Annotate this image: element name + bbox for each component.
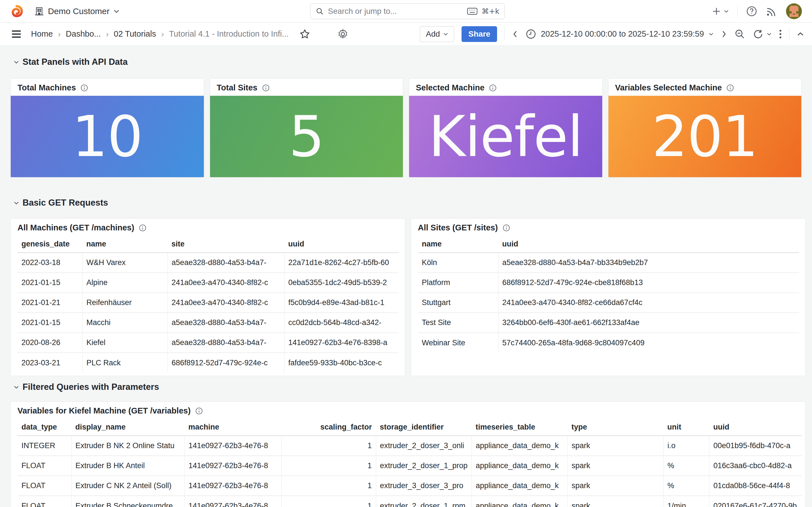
divider xyxy=(504,28,505,40)
column-header[interactable]: storage_identifier xyxy=(376,419,472,436)
column-header[interactable]: name xyxy=(82,236,167,252)
star-icon[interactable] xyxy=(299,29,310,40)
news-icon[interactable] xyxy=(766,6,777,17)
table-row[interactable]: 2021-01-15Alpine241a0ee3-a470-4340-8f82-… xyxy=(17,273,399,293)
search-icon xyxy=(315,7,324,15)
stat-value: 201 xyxy=(652,108,758,165)
collapse-toolbar-icon[interactable] xyxy=(797,32,804,36)
column-header[interactable]: type xyxy=(567,419,663,436)
table-row[interactable]: FLOATExtruder C NK 2 Anteil (Soll)141e09… xyxy=(17,476,802,496)
column-header[interactable]: uuid xyxy=(709,419,802,436)
chevron-down-icon xyxy=(709,33,714,36)
table-row[interactable]: 2020-08-26Kiefela5eae328-d880-4a53-b4a7-… xyxy=(17,333,399,353)
add-button[interactable]: Add xyxy=(420,26,454,42)
column-header[interactable]: machine xyxy=(185,419,282,436)
stat-panels-row: Total Machines 10 Total Sites 5 Selected… xyxy=(10,78,802,177)
menu-icon[interactable] xyxy=(11,30,21,38)
panel-variables-kiefel[interactable]: Variables for Kiefel Machine (GET /varia… xyxy=(10,401,806,507)
column-header[interactable]: data_type xyxy=(17,419,71,436)
chevron-down-icon xyxy=(13,60,19,64)
table-row[interactable]: 2022-03-18W&H Varexa5eae328-d880-4a53-b4… xyxy=(17,252,399,273)
kebab-menu-icon[interactable] xyxy=(779,29,782,40)
gear-icon[interactable] xyxy=(337,29,349,40)
info-icon[interactable] xyxy=(80,84,88,92)
machines-table: genesis_date name site uuid 2022-03-18W&… xyxy=(17,236,399,373)
info-icon[interactable] xyxy=(502,224,510,232)
info-icon[interactable] xyxy=(262,84,270,92)
breadcrumb-folder[interactable]: 02 Tutorials xyxy=(114,29,156,39)
table-row[interactable]: Stuttgart241a0ee3-a470-4340-8f82-ce66da6… xyxy=(418,293,799,313)
refresh-button[interactable] xyxy=(753,29,772,40)
time-shift-forward-icon[interactable] xyxy=(721,30,727,38)
panel-title: Variables for Kiefel Machine (GET /varia… xyxy=(17,406,191,415)
panel-all-sites[interactable]: All Sites (GET /sites) name uuid Kölna5e… xyxy=(411,218,806,376)
column-header[interactable]: name xyxy=(418,236,498,252)
table-row[interactable]: FLOATExtruder B Schneckenumdre141e0927-6… xyxy=(17,496,802,507)
divider xyxy=(737,5,738,17)
sites-table: name uuid Kölna5eae328-d880-4a53-b4a7-bb… xyxy=(418,236,799,353)
stat-panel-total-machines[interactable]: Total Machines 10 xyxy=(10,78,204,177)
column-header[interactable]: timeseries_table xyxy=(472,419,567,436)
column-header[interactable]: genesis_date xyxy=(17,236,82,252)
table-row[interactable]: Webinar Site57c74400-265a-48fa-9d68-9c80… xyxy=(418,333,799,353)
stat-panel-selected-machine[interactable]: Selected Machine Kiefel xyxy=(409,78,603,177)
grafana-logo[interactable] xyxy=(10,5,23,18)
table-header-row: genesis_date name site uuid xyxy=(17,236,399,252)
panel-title: Variables Selected Machine xyxy=(615,83,722,93)
stat-value: Kiefel xyxy=(428,108,583,165)
panel-title: All Machines (GET /machines) xyxy=(17,223,134,232)
chevron-down-icon xyxy=(767,33,772,36)
chevron-down-icon xyxy=(13,385,19,389)
table-row[interactable]: Test Site3264bb00-6ef6-430f-ae61-662f133… xyxy=(418,313,799,333)
keyboard-icon xyxy=(467,7,477,15)
time-range-picker[interactable]: 2025-12-10 00:00:00 to 2025-12-10 23:59:… xyxy=(525,29,714,40)
chevron-down-icon xyxy=(13,201,19,205)
search-placeholder: Search or jump to... xyxy=(328,7,463,16)
section-filtered-queries[interactable]: Filtered Queries with Parameters xyxy=(13,382,159,392)
table-header-row: data_type display_name machine scaling_f… xyxy=(17,419,802,436)
table-row[interactable]: 2021-01-15Macchia5eae328-d880-4a53-b4a7-… xyxy=(17,313,399,333)
info-icon[interactable] xyxy=(726,84,734,92)
breadcrumb-dashboards[interactable]: Dashbo... xyxy=(66,29,101,39)
building-icon xyxy=(35,6,44,16)
time-shift-back-icon[interactable] xyxy=(512,30,518,38)
info-icon[interactable] xyxy=(195,407,203,415)
table-row[interactable]: 2021-01-21Reifenhäuser241a0ee3-a470-4340… xyxy=(17,293,399,313)
clock-icon xyxy=(525,29,536,40)
table-row[interactable]: 2023-03-21PLC Rack686f8912-52d7-479c-924… xyxy=(17,353,399,373)
column-header[interactable]: scaling_factor xyxy=(282,419,376,436)
org-switcher[interactable]: Demo Customer xyxy=(35,6,119,16)
stat-panel-total-sites[interactable]: Total Sites 5 xyxy=(210,78,403,177)
search-shortcut: ⌘+k xyxy=(481,7,499,15)
stat-panel-variables-selected-machine[interactable]: Variables Selected Machine 201 xyxy=(608,78,802,177)
search-input[interactable]: Search or jump to... ⌘+k xyxy=(310,3,505,19)
section-basic-get[interactable]: Basic GET Requests xyxy=(13,198,108,208)
section-stat-panels[interactable]: Stat Panels with API Data xyxy=(13,57,128,67)
top-nav: Demo Customer Search or jump to... ⌘+k xyxy=(0,0,812,22)
share-button-label: Share xyxy=(468,30,490,39)
column-header[interactable]: site xyxy=(167,236,284,252)
help-icon[interactable] xyxy=(746,6,757,17)
table-row[interactable]: INTEGERExtruder B NK 2 Online Statu141e0… xyxy=(17,436,802,456)
breadcrumb-current: Tutorial 4.1 - Introduction to Infi... xyxy=(169,29,289,39)
panel-title: Total Machines xyxy=(17,83,76,93)
plus-icon xyxy=(712,7,721,16)
table-row[interactable]: FLOATExtruder B HK Anteil141e0927-62b3-4… xyxy=(17,456,802,476)
dashboard-toolbar: Home Dashbo... 02 Tutorials Tutorial 4.1… xyxy=(0,23,812,45)
info-icon[interactable] xyxy=(489,84,497,92)
section-title: Stat Panels with API Data xyxy=(22,57,128,67)
zoom-out-icon[interactable] xyxy=(734,29,745,40)
column-header[interactable]: uuid xyxy=(284,236,399,252)
table-row[interactable]: Platform686f8912-52d7-479c-924e-cbe818f6… xyxy=(418,273,799,293)
add-new-button[interactable] xyxy=(712,7,729,16)
info-icon[interactable] xyxy=(139,224,147,232)
user-avatar[interactable] xyxy=(786,3,802,19)
breadcrumb-home[interactable]: Home xyxy=(31,29,53,39)
variables-table: data_type display_name machine scaling_f… xyxy=(17,419,802,507)
column-header[interactable]: unit xyxy=(663,419,709,436)
panel-all-machines[interactable]: All Machines (GET /machines) genesis_dat… xyxy=(10,218,405,376)
share-button[interactable]: Share xyxy=(462,26,497,42)
column-header[interactable]: uuid xyxy=(498,236,799,252)
table-row[interactable]: Kölna5eae328-d880-4a53-b4a7-bb334b9eb2b7 xyxy=(418,252,799,273)
column-header[interactable]: display_name xyxy=(71,419,185,436)
